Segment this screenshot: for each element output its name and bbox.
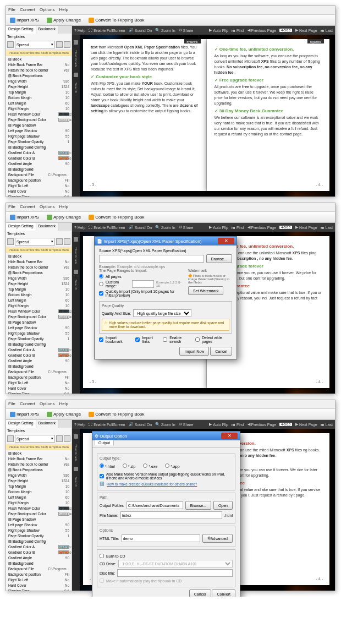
share-button[interactable]: ✉ Share [179, 28, 194, 32]
thumbnails-label[interactable]: Thumbnails [74, 50, 78, 67]
template-select[interactable]: Spread▾ [15, 435, 55, 443]
menu-convert[interactable]: Convert [20, 204, 35, 210]
property-row[interactable]: ⊟ Background Config [7, 539, 70, 544]
template-browse-icon[interactable] [56, 435, 63, 442]
menu-options[interactable]: Options [40, 204, 55, 210]
browse-button[interactable]: Browse... [206, 254, 232, 263]
page-counter[interactable]: 4-5/10 [279, 226, 292, 229]
property-row[interactable]: Right Margin10 [7, 303, 70, 309]
first-page-button[interactable]: ⏮ First [232, 226, 244, 230]
property-row[interactable]: Page Height1324 [7, 478, 70, 484]
property-row[interactable]: Page Height1324 [7, 84, 70, 90]
menu-convert[interactable]: Convert [20, 401, 35, 407]
template-browse-icon[interactable] [56, 41, 63, 48]
share-button[interactable]: ✉ Share [179, 422, 194, 427]
tab-bookmark[interactable]: Bookmark [36, 26, 59, 34]
thumbnails-icon[interactable] [74, 434, 78, 439]
burn-cd-checkbox[interactable] [100, 554, 104, 558]
property-row[interactable]: Hard CoverNo [7, 189, 70, 194]
property-row[interactable]: Right To LeftNo [7, 380, 70, 386]
property-row[interactable]: Left page Shadow90 [7, 325, 70, 331]
set-watermark-button[interactable]: Set Watermark [188, 286, 223, 295]
fullscreen-button[interactable]: ⛶ Enable FullScreen [89, 226, 125, 230]
sound-button[interactable]: 🔊 Sound On [129, 422, 152, 427]
last-page-button[interactable]: ⏭ Last [321, 29, 333, 32]
share-button[interactable]: ✉ Share [179, 225, 194, 230]
property-row[interactable]: ⊟ Page Shadow [7, 320, 70, 325]
convert-button[interactable]: Convert To Flipping Book [86, 213, 147, 222]
property-row[interactable]: Gradient Color B0xFF8040 [7, 156, 70, 161]
property-row[interactable]: Left page Shadow90 [7, 522, 70, 528]
property-row[interactable]: ⊟ Background [7, 561, 70, 566]
first-page-button[interactable]: ⏮ First [232, 29, 244, 32]
help-button[interactable]: ? Help [74, 29, 85, 32]
property-row[interactable]: Right page Shadow55 [7, 134, 70, 139]
property-row[interactable]: Page Width936 [7, 473, 70, 478]
property-row[interactable]: Bottom Margin10 [7, 489, 70, 495]
property-row[interactable]: Page Shadow Opacity1 [7, 139, 70, 145]
property-row[interactable]: Left page Shadow90 [7, 128, 70, 134]
property-row[interactable]: Page Shadow Opacity1 [7, 533, 70, 539]
property-row[interactable]: Left Margin60 [7, 101, 70, 106]
property-tree[interactable]: ⊟ Book Hide Book Frame BarNo Retain the … [6, 253, 72, 394]
quality-select[interactable]: High quality large file size [133, 309, 191, 317]
flipbook[interactable]: hyperlink text from Microsoft Open XML P… [83, 39, 329, 191]
property-row[interactable]: Retain the book to centerYes [7, 68, 70, 73]
output-tab[interactable]: Output [95, 440, 114, 445]
first-page-button[interactable]: ⏮ First [232, 423, 244, 427]
detect-wide-checkbox[interactable] [195, 337, 200, 342]
close-button[interactable]: ✕ [218, 238, 234, 244]
autoflip-button[interactable]: ▶ Auto Flip [209, 225, 228, 230]
menu-file[interactable]: File [8, 7, 15, 13]
property-row[interactable]: Page Background Color0xFFFFFF [7, 314, 70, 320]
property-row[interactable]: Top Margin10 [7, 287, 70, 292]
search-label[interactable]: Search [74, 280, 78, 290]
apply-change-button[interactable]: Apply Change [44, 213, 84, 222]
custom-range-input[interactable] [132, 280, 154, 288]
enable-search-checkbox[interactable] [163, 337, 167, 342]
tab-design-setting[interactable]: Design Setting [6, 26, 36, 34]
property-row[interactable]: Page Height1324 [7, 281, 70, 287]
menu-help[interactable]: Help [59, 401, 68, 407]
property-tree[interactable]: ⊟ Book Hide Book Frame BarNo Retain the … [6, 450, 72, 591]
property-row[interactable]: Gradient Color B0xFF8040 [7, 550, 70, 555]
tab-design-setting[interactable]: Design Setting [6, 420, 36, 428]
prev-page-button[interactable]: ◀ Previous Page [248, 28, 277, 32]
help-button[interactable]: ? Help [74, 423, 85, 427]
quick-import-checkbox[interactable] [99, 291, 103, 296]
exe-radio[interactable] [143, 463, 147, 468]
help-button[interactable]: ? Help [74, 226, 85, 230]
property-row[interactable]: Flash Window Color0x1D2D32 [7, 112, 70, 117]
property-row[interactable]: Hard CoverNo [7, 583, 70, 588]
browse-button[interactable]: Browse... [185, 501, 211, 510]
property-row[interactable]: Right page Shadow55 [7, 528, 70, 533]
next-page-button[interactable]: ▶ Next Page [295, 28, 317, 32]
all-pages-radio[interactable] [99, 274, 103, 279]
prev-page-button[interactable]: ◀ Previous Page [248, 225, 277, 230]
property-row[interactable]: Flipping Time0.6 [7, 194, 70, 197]
page-counter[interactable]: 4-5/10 [279, 29, 292, 32]
property-row[interactable]: Top Margin10 [7, 484, 70, 489]
property-row[interactable]: Page Background Color0xFFFFFF [7, 511, 70, 517]
property-row[interactable]: Hide Book Frame BarNo [7, 456, 70, 462]
property-row[interactable]: Page Shadow Opacity1 [7, 336, 70, 342]
property-row[interactable]: Gradient Color A0xA3CFD1 [7, 150, 70, 156]
property-row[interactable]: Page Width936 [7, 79, 70, 84]
cancel-button[interactable]: Cancel [189, 590, 211, 597]
property-row[interactable]: ⊟ Book [7, 57, 70, 62]
property-row[interactable]: Background positionFill [7, 178, 70, 183]
search-icon[interactable] [74, 467, 78, 471]
filename-input[interactable] [120, 511, 222, 519]
property-row[interactable]: Flash Window Color0x1D2D32 [7, 506, 70, 511]
next-page-button[interactable]: ▶ Next Page [295, 225, 317, 230]
property-row[interactable]: Right Margin10 [7, 106, 70, 112]
import-now-button[interactable]: Import Now [179, 347, 209, 356]
property-row[interactable]: ⊟ Book Proportions [7, 73, 70, 79]
last-page-button[interactable]: ⏭ Last [321, 226, 333, 230]
property-row[interactable]: ⊟ Background Config [7, 342, 70, 347]
html-radio[interactable] [100, 463, 104, 468]
property-row[interactable]: Bottom Margin10 [7, 95, 70, 101]
menu-convert[interactable]: Convert [20, 7, 35, 13]
property-row[interactable]: Retain the book to centerYes [7, 265, 70, 270]
thumbnails-label[interactable]: Thumbnails [74, 247, 78, 264]
